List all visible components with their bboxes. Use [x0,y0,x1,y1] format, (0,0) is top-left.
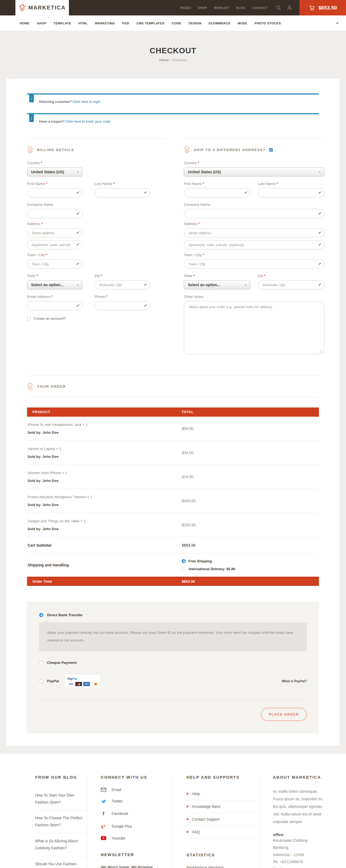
cart-button[interactable]: $653.50 [300,0,346,16]
autofill-icon [317,191,322,195]
billing-apartment-input[interactable] [27,240,82,249]
autofill-icon [75,191,80,195]
facebook-link[interactable]: f Facebook [101,811,173,816]
total-column-header: TOTAL [182,410,194,414]
email-link[interactable]: Email [101,787,173,792]
blog-post-link[interactable]: How To Start Your Own Fashion Store? [35,787,87,811]
billing-company-input[interactable] [27,209,82,218]
product-name[interactable]: iPhone 5s with Headphones Jack × 1 [28,423,182,427]
shipping-city-label: Town / City * [184,253,324,257]
billing-city-input[interactable] [27,259,82,269]
user-icon[interactable] [286,5,292,11]
login-link[interactable]: Click here to login [72,100,100,104]
shipping-state-select[interactable]: Select an option... ▾ [184,280,250,289]
contact-support-link[interactable]: Contact Support [186,813,259,826]
topnav-contact[interactable]: CONTACT [252,6,268,9]
select-arrow-icon: ▾ [77,170,78,174]
breadcrumb-home[interactable]: Home [159,58,169,62]
menu-shop[interactable]: SHOP [37,22,46,25]
shipping-zip-input[interactable] [258,280,324,289]
menu-ecommerce[interactable]: ECOMMERCE [209,22,231,25]
order-notes-textarea[interactable] [184,301,324,354]
order-notes-field: Order Notes [184,294,324,355]
paypal-option[interactable]: PayPal PayPal VISA AMEX What is PayPal? [39,675,307,688]
twitter-link[interactable]: Twitter [101,799,173,804]
billing-zip-input[interactable] [95,280,150,289]
topnav-wishlist[interactable]: WISHLIST [214,6,230,9]
input-wrap [95,301,150,310]
menu-design[interactable]: DESIGN [189,22,201,25]
billing-state-select[interactable]: Select an option... ▾ [27,280,82,289]
youtube-link[interactable]: Youtube [101,836,173,840]
product-vendor: Sold by: John Doe [28,479,182,483]
help-link[interactable]: Help [186,787,259,800]
menu-template[interactable]: TEMPLATE [54,22,71,25]
googleplus-link[interactable]: g+ Google Plus [101,824,173,829]
menu-photo-stocks[interactable]: PHOTO STOCKS [255,22,281,25]
ship-different-checkbox[interactable] [269,148,273,152]
order-table-header: PRODUCT TOTAL [27,407,319,417]
product-name[interactable]: Women Hold iPhone × 1 [28,471,182,475]
create-account-checkbox[interactable] [27,317,31,320]
resize-handle-icon[interactable] [320,350,323,353]
menu-marketing[interactable]: MARKETING [95,22,115,25]
billing-phone-input[interactable] [95,301,150,310]
office-address-line: Bandung. [273,844,327,851]
page-hero: CHECKOUT Home › Checkout [0,31,346,79]
shipping-city-input[interactable] [184,259,324,269]
menu-more-icon[interactable]: » [336,22,340,24]
topnav-pages[interactable]: PAGES [180,6,191,9]
shipping-last-name-input[interactable] [258,188,324,197]
input-wrap [27,301,82,310]
search-icon[interactable] [276,5,282,11]
international-delivery-option[interactable]: International Delivery: $5.90 [182,567,235,571]
blog-post-link[interactable]: What is So Alluring About Celebrity Fash… [35,833,87,856]
shipping-section: SHIP TO A DIFFERENT ADDRESS? Country * U… [184,138,324,359]
menu-psd[interactable]: PSD [122,22,129,25]
shipping-first-name-input[interactable] [184,188,250,197]
brand-logo[interactable]: MARKETICA [15,0,69,16]
autofill-icon [75,231,80,235]
place-order-button[interactable]: PLACE ORDER [261,708,307,721]
billing-first-name-input[interactable] [27,188,82,197]
billing-street-input[interactable] [27,228,82,238]
coupon-link[interactable]: Click here to enter your code [65,119,110,123]
menu-code[interactable]: CODE [172,22,181,25]
international-delivery-label: International Delivery: $5.90 [188,567,235,571]
billing-state-label: State * [27,274,82,278]
menu-html[interactable]: HTML [78,22,88,25]
input-wrap [95,280,150,289]
product-name[interactable]: Gadget and Things on the Table × 1 [28,519,182,523]
billing-email-input[interactable] [27,301,82,310]
footer-help-column: HELP AND SUPPORTS Help Knowladge Base Co… [173,775,259,868]
free-shipping-option[interactable]: Free Shipping [182,559,235,563]
required-asterisk: * [203,182,204,186]
menu-cms-templates[interactable]: CMS TEMPLATES [136,22,164,25]
cheque-payment-option[interactable]: Cheque Payment [39,661,307,665]
blog-post-link[interactable]: Should You Use Fashion Consultant Servic… [35,856,87,868]
cart-subtotal-row: Cart Subtotal $653.50 [27,537,319,554]
product-name[interactable]: Proton Absolute Wordpress Themes × 1 [28,495,182,499]
shipping-apartment-input[interactable] [184,240,324,249]
billing-country-select[interactable]: United States (US) ▾ [27,167,82,177]
shipping-company-input[interactable] [184,209,324,218]
what-is-paypal-link[interactable]: What is PayPal? [282,679,307,683]
billing-last-name-input[interactable] [95,188,150,197]
faq-link[interactable]: FAQ [186,826,259,838]
menu-home[interactable]: HOME [20,22,30,25]
blog-post-link[interactable]: How To Choose The Perfect Fashion Store? [35,810,87,833]
topnav-shop[interactable]: SHOP [198,6,207,9]
product-vendor: Sold by: John Doe [28,455,182,459]
topnav-blog[interactable]: BLOG [236,6,245,9]
shipping-country-select[interactable]: United States (US) ▾ [184,167,324,177]
menu-muse[interactable]: MUSE [238,22,247,25]
your-order-header: YOUR ORDER [27,376,319,397]
bank-transfer-option[interactable]: Direct Bank Transfer [39,613,307,617]
product-name[interactable]: Variant of Laptop × 1 [28,447,182,451]
shipping-street-input[interactable] [184,228,324,238]
billing-section: BILLING DETAILS Country * United States … [27,138,168,359]
layers-icon [27,146,33,154]
knowledge-base-link[interactable]: Knowladge Base [186,800,259,813]
page-title: CHECKOUT [0,46,346,55]
order-row: iPhone 5s with Headphones Jack × 1 Sold … [27,417,319,441]
